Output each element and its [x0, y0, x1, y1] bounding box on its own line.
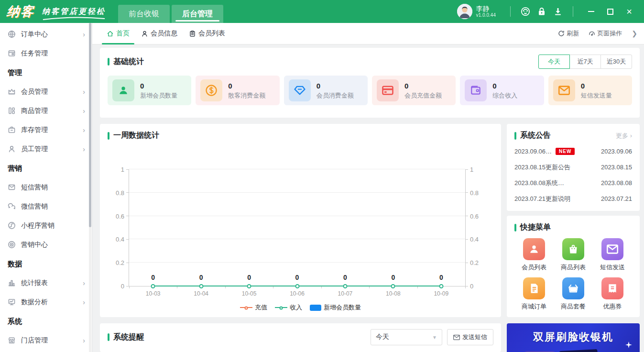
data-point-marker[interactable]	[391, 284, 395, 288]
sidebar-item[interactable]: 短信营销	[0, 178, 92, 197]
scrollbar-thumb[interactable]	[89, 23, 91, 227]
customer-service-icon[interactable]	[517, 3, 534, 20]
sidebar-item[interactable]: 商品管理›	[0, 101, 92, 121]
sidebar-item[interactable]: 统计报表›	[0, 274, 92, 293]
minimize-button[interactable]	[583, 3, 599, 20]
axis-tick	[465, 263, 468, 263]
chevron-right-icon[interactable]: ❯	[632, 30, 637, 37]
y-axis-label-right: 0.6	[470, 212, 479, 220]
wallet-icon	[465, 79, 487, 101]
quick-menu-商品套餐[interactable]: 商品套餐	[561, 277, 586, 311]
diamond-icon	[289, 79, 311, 101]
user-box[interactable]: 李静 v1.0.0.44	[457, 4, 496, 19]
accent-bar	[108, 132, 109, 140]
download-icon[interactable]	[550, 3, 566, 20]
stat-cards-row: 0新增会员数量0散客消费金额0会员消费金额0会员充值金额0综合收入0短信发送量	[108, 76, 632, 105]
announcement-title: 2023.09.06…NEW	[514, 148, 601, 155]
legend-item-新增会员数量[interactable]: 新增会员数量	[310, 303, 361, 312]
data-point-marker[interactable]	[199, 284, 203, 288]
axis-tick	[126, 239, 129, 240]
data-point-marker[interactable]	[343, 284, 347, 288]
quick-menu-label: 商城订单	[522, 302, 546, 311]
quick-menu-商品列表[interactable]: 商品列表	[561, 238, 586, 272]
tab-会员列表[interactable]: 会员列表	[183, 23, 231, 44]
stat-value: 0	[140, 81, 177, 92]
x-axis-label: 10-05	[242, 290, 257, 297]
axis-tick	[126, 216, 129, 216]
legend-item-充值[interactable]: 充值	[240, 303, 267, 312]
refresh-button[interactable]: 刷新	[558, 29, 579, 38]
top-nav-admin[interactable]: 后台管理	[172, 5, 223, 23]
legend-item-收入[interactable]: 收入	[275, 303, 302, 312]
stat-value: 0	[581, 81, 612, 92]
ad-banner[interactable]: 双屏刷脸收银机	[507, 323, 640, 352]
person-icon	[141, 30, 148, 37]
chart-plot-area: 000.20.20.40.40.60.60.80.81110-03010-040…	[129, 169, 466, 286]
y-axis-label-left: 0.8	[116, 189, 124, 196]
sidebar-item[interactable]: 员工管理›	[0, 140, 92, 159]
tab-会员信息[interactable]: 会员信息	[135, 23, 183, 44]
stat-text: 0会员消费金额	[317, 81, 354, 100]
data-point-marker[interactable]	[247, 284, 251, 288]
data-point-marker[interactable]	[151, 284, 155, 288]
sidebar-item[interactable]: 门店管理›	[0, 331, 92, 350]
quick-menu-商城订单[interactable]: 商城订单	[522, 277, 546, 311]
filter-button[interactable]: 今天	[538, 55, 570, 69]
data-point-marker[interactable]	[295, 284, 299, 288]
tab-label: 会员列表	[198, 29, 225, 38]
sidebar-item[interactable]: 数据分析›	[0, 293, 92, 312]
stat-label: 散客消费金额	[228, 91, 265, 100]
close-button[interactable]: ×	[621, 3, 637, 20]
sidebar-item-label: 门店管理	[21, 336, 83, 345]
member-icon	[112, 79, 134, 101]
quick-menu-优惠券[interactable]: 优惠券	[601, 277, 623, 311]
quick-menu-label: 商品套餐	[561, 302, 586, 311]
chevron-right-icon: ›	[83, 88, 85, 96]
app-version: v1.0.0.44	[476, 12, 496, 18]
top-nav-pos[interactable]: 前台收银	[118, 5, 170, 23]
sidebar-item[interactable]: 会员管理›	[0, 82, 92, 101]
sidebar-item[interactable]: 小程序营销	[0, 216, 92, 235]
stat-text: 0短信发送量	[581, 81, 612, 100]
data-point-marker[interactable]	[439, 284, 443, 288]
axis-tick	[465, 216, 468, 216]
announcement-text: 2023.09.06…	[514, 148, 552, 155]
content: 基础统计 今天近7天近30天 0新增会员数量0散客消费金额0会员消费金额0会员充…	[92, 44, 644, 352]
x-axis-label: 10-07	[338, 290, 353, 297]
lock-icon[interactable]	[534, 3, 550, 20]
announcement-row[interactable]: 2023.09.06…NEW2023.09.06	[514, 143, 632, 159]
y-axis-label-left: 0.6	[116, 212, 124, 220]
announcement-row[interactable]: 2023.08.08系统…2023.08.08	[514, 175, 632, 191]
filter-button[interactable]: 近7天	[569, 55, 601, 69]
sidebar-item[interactable]: 任务管理	[0, 44, 92, 63]
miniprogram-icon	[8, 221, 16, 230]
reminder-date-select[interactable]: 今天 ▼	[371, 329, 442, 345]
maximize-button[interactable]	[602, 3, 618, 20]
y-axis-label-right: 0.4	[470, 236, 479, 243]
divider	[510, 6, 511, 17]
sidebar-item-label: 订单中心	[21, 30, 83, 39]
task-icon	[8, 49, 16, 58]
sidebar-item[interactable]: 微信营销	[0, 197, 92, 216]
filter-button[interactable]: 近30天	[600, 55, 632, 69]
quick-menu-会员列表[interactable]: 会员列表	[522, 238, 546, 272]
divider	[573, 6, 573, 17]
send-sms-button[interactable]: 发送短信	[447, 329, 493, 345]
sidebar-item[interactable]: 营销中心	[0, 235, 92, 254]
announcements-more-link[interactable]: 更多 ›	[616, 132, 632, 140]
announcement-date: 2023.07.21	[601, 195, 632, 202]
sidebar-item[interactable]: 库存管理›	[0, 121, 92, 140]
chevron-right-icon: ›	[83, 337, 85, 344]
quick-menu-短信发送[interactable]: 短信发送	[600, 238, 625, 272]
sidebar-item[interactable]: 订单中心›	[0, 25, 92, 44]
announcement-row[interactable]: 2023.08.15更新公告2023.08.15	[514, 159, 632, 175]
announcement-row[interactable]: 2023.07.21更新说明2023.07.21	[514, 191, 632, 207]
sidebar-section-label: 营销	[0, 159, 92, 178]
page-operations-button[interactable]: 页面操作	[589, 29, 622, 38]
y-axis-label-right: 1	[470, 166, 473, 173]
avatar[interactable]	[457, 4, 472, 19]
tab-首页[interactable]: 首页	[101, 23, 135, 44]
sidebar-scrollbar[interactable]	[89, 23, 91, 352]
axis-tick	[465, 192, 468, 193]
ad-banner-product-image	[559, 349, 598, 352]
